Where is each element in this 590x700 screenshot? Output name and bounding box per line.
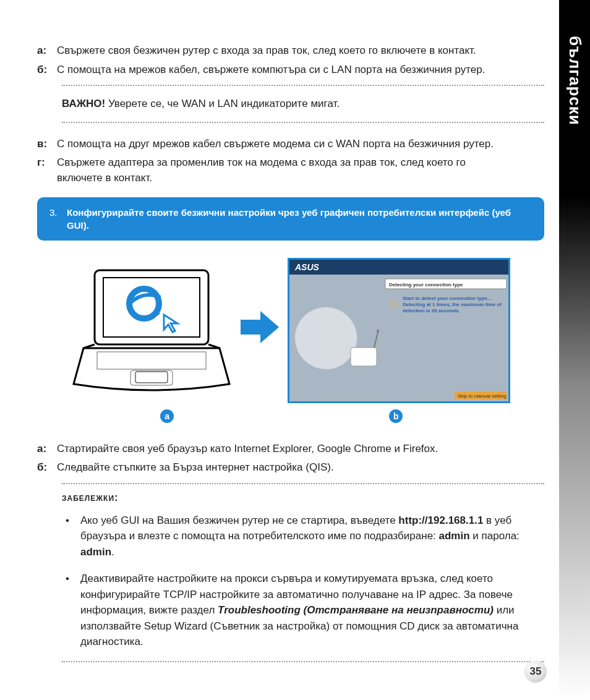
badge-a: a [160, 409, 174, 423]
bottom-step-a-row: а: Стартирайте своя уеб браузър като Int… [37, 442, 544, 457]
svg-marker-9 [241, 311, 279, 343]
svg-rect-14 [351, 348, 377, 366]
bottom-step-b-label: б: [37, 460, 57, 476]
step-b-row: б: С помощта на мрежов кабел, свържете к… [37, 62, 544, 78]
bottom-step-a-text: Стартирайте своя уеб браузър като Intern… [57, 442, 544, 457]
page-number: 35 [524, 660, 547, 683]
gui-line3: detection is 20 seconds. [403, 308, 460, 314]
step-a-label: а: [37, 43, 57, 59]
step-g-line2: включете в контакт. [57, 172, 152, 184]
step-v-row: в: С помощта на друг мрежов кабел свърже… [37, 137, 544, 152]
laptop-illustration [71, 265, 232, 395]
notes-heading-text: ЗАБЕЛЕЖКИ [62, 494, 114, 503]
svg-point-16 [377, 330, 379, 332]
step-g-text: Свържете адаптера за променлив ток на мо… [57, 155, 544, 186]
step-a-row: а: Свържете своя безжичен рутер с входа … [37, 43, 544, 59]
illustration-badges: a b [37, 409, 544, 423]
bullet-icon: • [62, 571, 80, 650]
page-content: а: Свържете своя безжичен рутер с входа … [37, 43, 544, 670]
important-text: Уверете се, че WAN и LAN индикаторите ми… [105, 98, 340, 109]
svg-rect-12 [289, 260, 508, 275]
divider [62, 85, 544, 86]
notes-list: • Ако уеб GUI на Вашия безжичен рутер не… [62, 513, 544, 650]
note-1: • Ако уеб GUI на Вашия безжичен рутер не… [62, 513, 544, 560]
notes-heading: ЗАБЕЛЕЖКИ: [62, 492, 544, 504]
svg-point-13 [295, 307, 357, 369]
language-label: български [565, 36, 584, 126]
step-v-text: С помощта на друг мрежов кабел свържете … [57, 137, 544, 152]
router-gui-screenshot: ASUS Detecting your connection type Star… [288, 258, 510, 403]
step-g-row: г: Свържете адаптера за променлив ток на… [37, 155, 544, 186]
note-1-text: Ако уеб GUI на Вашия безжичен рутер не с… [80, 513, 544, 560]
gui-skip-button: Skip to manual setting [458, 393, 507, 399]
divider [62, 661, 544, 662]
step-3-number: 3. [49, 206, 67, 232]
note-2-text: Деактивирайте настройките на прокси сърв… [80, 571, 544, 650]
important-note: ВАЖНО! Уверете се, че WAN и LAN индикато… [62, 93, 544, 114]
badge-b: b [389, 409, 403, 423]
step-v-label: в: [37, 137, 57, 152]
bottom-step-b-row: б: Следвайте стъпките за Бърза интернет … [37, 460, 544, 476]
step-g-line1: Свържете адаптера за променлив ток на мо… [57, 156, 466, 168]
step-3-text: Конфигурирайте своите безжични настройки… [67, 206, 532, 232]
gui-brand: ASUS [294, 262, 320, 272]
bottom-step-b-text: Следвайте стъпките за Бърза интернет нас… [57, 460, 544, 476]
bullet-icon: • [62, 513, 80, 560]
note-2: • Деактивирайте настройките на прокси съ… [62, 571, 544, 650]
step-g-label: г: [37, 155, 57, 186]
gui-line1: Start to detect your connection type... [403, 296, 492, 301]
language-side-tab: български [559, 0, 590, 700]
bottom-step-a-label: а: [37, 442, 57, 457]
step-b-label: б: [37, 62, 57, 78]
step-b-text: С помощта на мрежов кабел, свържете комп… [57, 62, 544, 78]
gui-line2: Detecting at 1 times, the maximum time o… [403, 302, 502, 307]
gui-panel-title: Detecting your connection type [389, 282, 463, 288]
step-3-box: 3. Конфигурирайте своите безжични настро… [37, 197, 544, 241]
divider [62, 122, 544, 123]
important-label: ВАЖНО! [62, 98, 105, 109]
arrow-right-icon [241, 310, 279, 351]
language-label-container: български [559, 19, 590, 142]
divider [62, 483, 544, 484]
step-a-text: Свържете своя безжичен рутер с входа за … [57, 43, 544, 59]
illustration-row: ASUS Detecting your connection type Star… [37, 258, 544, 403]
